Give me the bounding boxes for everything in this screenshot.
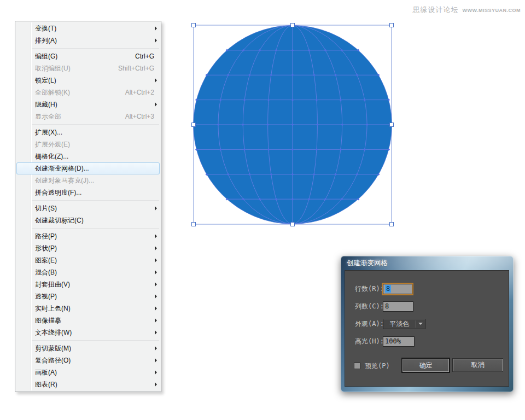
submenu-arrow-icon xyxy=(155,294,157,299)
menu-item-label: 扩展(X)... xyxy=(35,128,62,137)
menu-item-28[interactable]: 文本绕排(W) xyxy=(15,326,161,339)
submenu-arrow-icon xyxy=(155,102,157,107)
menu-separator xyxy=(32,228,159,229)
menu-item-21[interactable]: 形状(P) xyxy=(15,242,161,254)
submenu-arrow-icon xyxy=(155,346,157,351)
menu-item-27[interactable]: 图像描摹 xyxy=(15,314,161,326)
submenu-arrow-icon xyxy=(155,246,157,250)
menu-item-label: 显示全部 xyxy=(35,112,61,121)
menu-item-label: 复合路径(O) xyxy=(35,356,71,365)
cancel-button[interactable]: 取消 xyxy=(453,359,503,371)
submenu-arrow-icon xyxy=(155,306,157,311)
cols-input[interactable]: 8 xyxy=(383,301,413,312)
submenu-arrow-icon xyxy=(155,358,157,363)
watermark-site-url: WWW.MISSYUAN.COM xyxy=(463,8,521,13)
selection-handle[interactable] xyxy=(390,123,394,127)
rows-field-row: 行数(R): 8 xyxy=(355,283,412,294)
appearance-label: 外观(A): xyxy=(355,319,383,329)
selection-handle[interactable] xyxy=(291,223,295,226)
appearance-field-row: 外观(A): 平淡色 xyxy=(355,318,425,329)
menu-item-20[interactable]: 路径(P) xyxy=(15,230,161,242)
menu-separator xyxy=(32,124,159,125)
menu-separator xyxy=(32,200,159,201)
chevron-down-icon xyxy=(418,323,423,325)
menu-item-13[interactable]: 创建渐变网格(D)... xyxy=(16,162,160,174)
menu-item-shortcut: Alt+Ctrl+3 xyxy=(125,113,154,120)
menu-item-label: 全部解锁(K) xyxy=(35,88,70,97)
menu-item-22[interactable]: 图案(E) xyxy=(15,254,161,266)
create-gradient-mesh-dialog: 创建渐变网格 行数(R): 8 列数(C): 8 外观(A): 平淡色 xyxy=(341,256,514,392)
menu-item-label: 创建渐变网格(D)... xyxy=(35,164,89,173)
preview-checkbox[interactable] xyxy=(354,363,360,369)
preview-row: 预览(P) xyxy=(354,360,390,371)
highlight-input[interactable]: 100% xyxy=(383,336,415,347)
submenu-arrow-icon xyxy=(155,330,157,335)
menu-item-31[interactable]: 复合路径(O) xyxy=(15,354,161,366)
menu-item-shortcut: Shift+Ctrl+G xyxy=(118,65,154,72)
selection-handle[interactable] xyxy=(192,24,196,27)
menu-item-label: 切片(S) xyxy=(35,204,57,213)
menu-separator xyxy=(32,340,159,341)
menu-item-24[interactable]: 封套扭曲(V) xyxy=(15,278,161,290)
menu-item-label: 变换(T) xyxy=(35,24,56,33)
submenu-arrow-icon xyxy=(155,270,157,275)
menu-item-label: 图表(R) xyxy=(35,380,57,389)
menu-item-30[interactable]: 剪切蒙版(M) xyxy=(15,342,161,354)
menu-item-label: 取消编组(U) xyxy=(35,64,71,73)
menu-item-18[interactable]: 创建裁切标记(C) xyxy=(15,214,161,226)
menu-item-label: 扩展外观(E) xyxy=(35,140,70,149)
submenu-arrow-icon xyxy=(155,26,157,31)
menu-item-0[interactable]: 变换(T) xyxy=(15,22,161,34)
selection-handle[interactable] xyxy=(192,123,196,127)
ok-button[interactable]: 确定 xyxy=(402,359,449,372)
highlight-label: 高光(H): xyxy=(355,337,383,346)
submenu-arrow-icon xyxy=(155,78,157,83)
menu-item-32[interactable]: 画板(A) xyxy=(15,366,161,378)
menu-item-shortcut: Alt+Ctrl+2 xyxy=(125,89,154,96)
submenu-arrow-icon xyxy=(155,382,157,387)
submenu-arrow-icon xyxy=(155,206,157,211)
menu-item-25[interactable]: 透视(P) xyxy=(15,290,161,302)
artboard-svg xyxy=(191,23,394,226)
submenu-arrow-icon xyxy=(155,282,157,287)
menu-item-label: 创建对象马赛克(J)... xyxy=(35,176,94,185)
selection-handle[interactable] xyxy=(390,24,394,27)
rows-input[interactable]: 8 xyxy=(383,284,412,294)
menu-item-3[interactable]: 编组(G)Ctrl+G xyxy=(15,50,161,62)
rows-value-selected: 8 xyxy=(385,285,391,293)
menu-item-5[interactable]: 锁定(L) xyxy=(15,74,161,86)
selection-handle[interactable] xyxy=(192,223,196,226)
menu-item-label: 栅格化(Z)... xyxy=(35,152,68,161)
menu-item-10[interactable]: 扩展(X)... xyxy=(15,126,161,138)
highlight-field-row: 高光(H): 100% xyxy=(355,336,415,347)
menu-item-label: 画板(A) xyxy=(35,368,57,377)
menu-item-7[interactable]: 隐藏(H) xyxy=(15,98,161,110)
cols-value: 8 xyxy=(385,302,389,310)
dialog-title-bar[interactable]: 创建渐变网格 xyxy=(347,259,388,268)
menu-item-label: 文本绕排(W) xyxy=(35,328,72,337)
menu-item-14: 创建对象马赛克(J)... xyxy=(15,174,161,186)
appearance-dropdown[interactable]: 平淡色 xyxy=(383,319,425,329)
submenu-arrow-icon xyxy=(155,370,157,375)
menu-item-12[interactable]: 栅格化(Z)... xyxy=(15,150,161,162)
menu-item-15[interactable]: 拼合透明度(F)... xyxy=(15,186,161,199)
menu-item-8: 显示全部Alt+Ctrl+3 xyxy=(15,110,161,122)
menu-item-shortcut: Ctrl+G xyxy=(135,52,154,60)
menu-item-26[interactable]: 实时上色(N) xyxy=(15,302,161,314)
submenu-arrow-icon xyxy=(155,234,157,238)
selection-handle[interactable] xyxy=(390,223,394,226)
selection-handle[interactable] xyxy=(291,24,295,27)
dropdown-arrow-box[interactable] xyxy=(416,323,425,325)
menu-item-4: 取消编组(U)Shift+Ctrl+G xyxy=(15,62,161,74)
menu-item-6: 全部解锁(K)Alt+Ctrl+2 xyxy=(15,86,161,98)
menu-item-label: 创建裁切标记(C) xyxy=(35,216,84,225)
menu-item-label: 形状(P) xyxy=(35,244,57,253)
menu-item-23[interactable]: 混合(B) xyxy=(15,266,161,278)
menu-item-1[interactable]: 排列(A) xyxy=(15,34,161,46)
dialog-content: 行数(R): 8 列数(C): 8 外观(A): 平淡色 高光(H): xyxy=(345,270,509,387)
menu-item-33[interactable]: 图表(R) xyxy=(15,378,161,390)
menu-item-17[interactable]: 切片(S) xyxy=(15,202,161,214)
object-context-menu: 变换(T)排列(A)编组(G)Ctrl+G取消编组(U)Shift+Ctrl+G… xyxy=(15,21,161,392)
highlight-value: 100% xyxy=(385,337,401,345)
watermark: 思缘设计论坛 WWW.MISSYUAN.COM xyxy=(413,5,521,15)
